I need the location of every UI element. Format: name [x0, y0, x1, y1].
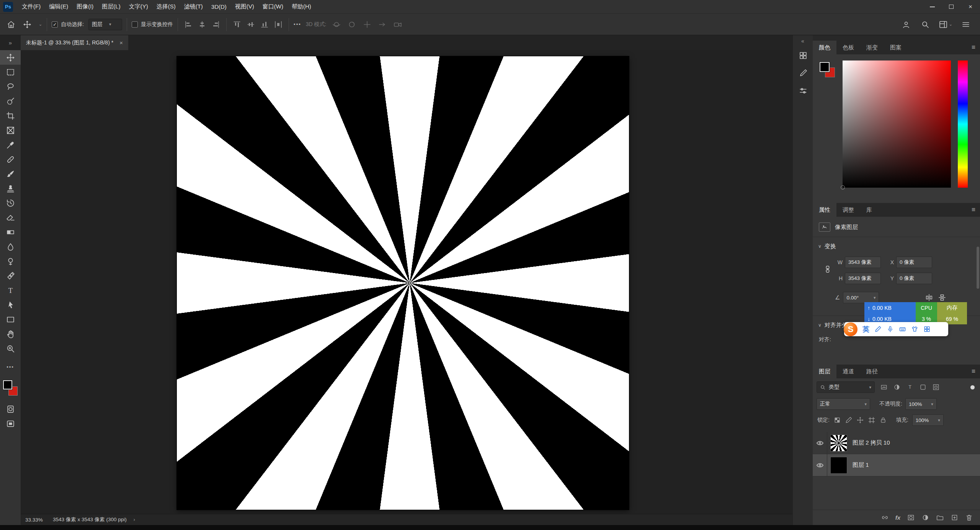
clone-stamp-tool[interactable] — [0, 181, 21, 196]
menu-item-select[interactable]: 选择(S) — [152, 0, 180, 14]
filter-shape-layers-button[interactable] — [919, 383, 927, 391]
search-button[interactable] — [920, 19, 931, 30]
tool-preset-dropdown-icon[interactable]: ⌄ — [39, 22, 42, 27]
ime-microphone-button[interactable] — [887, 326, 894, 333]
menu-item-type[interactable]: 文字(Y) — [125, 0, 152, 14]
zoom-level-field[interactable]: 33.33% — [25, 517, 53, 523]
menu-item-help[interactable]: 帮助(H) — [287, 0, 315, 14]
link-layers-icon[interactable] — [881, 514, 889, 522]
filter-adjustment-layers-button[interactable] — [893, 383, 901, 391]
collapsed-panel-sliders-button[interactable] — [793, 82, 813, 100]
3d-slide-button[interactable] — [377, 19, 388, 30]
system-monitor-overlay[interactable]: ↑0.00 KB CPU 内存 ↓0.00 KB 3 % 69 % — [864, 302, 967, 324]
tab-color[interactable]: 颜色 — [813, 41, 836, 54]
height-field[interactable]: 3543 像素 — [845, 273, 881, 284]
brush-tool[interactable] — [0, 167, 21, 181]
auto-select-checkbox[interactable]: ✓ — [52, 21, 58, 28]
crop-tool[interactable] — [0, 108, 21, 123]
screen-mode-button[interactable] — [0, 416, 21, 431]
layer-visibility-toggle[interactable] — [813, 454, 827, 476]
tab-patterns[interactable]: 图案 — [884, 41, 908, 54]
layer-thumbnail-starburst[interactable] — [830, 435, 847, 451]
ime-skin-button[interactable] — [911, 326, 918, 333]
properties-scrollbar-thumb[interactable] — [977, 247, 979, 289]
document-canvas-starburst-image[interactable] — [177, 56, 629, 510]
flip-vertical-icon[interactable] — [938, 293, 946, 302]
path-selection-tool[interactable] — [0, 298, 21, 312]
sogou-logo-icon[interactable]: S — [844, 322, 858, 336]
menu-item-edit[interactable]: 编辑(E) — [45, 0, 72, 14]
menu-item-image[interactable]: 图像(I) — [72, 0, 98, 14]
align-middle-v-button[interactable] — [245, 19, 256, 30]
y-field[interactable]: 0 像素 — [896, 273, 932, 284]
layer-effects-button[interactable]: fx — [895, 514, 900, 521]
align-top-button[interactable] — [231, 19, 243, 30]
toolbar-expand-button[interactable]: » — [0, 35, 21, 50]
gradient-tool[interactable] — [0, 225, 21, 239]
menu-item-window[interactable]: 窗口(W) — [258, 0, 287, 14]
share-account-button[interactable] — [900, 19, 912, 30]
edit-toolbar-button[interactable]: ••• — [0, 360, 21, 374]
history-brush-tool[interactable] — [0, 196, 21, 210]
properties-panel-menu-icon[interactable]: ≡ — [972, 206, 975, 214]
tab-swatches[interactable]: 色板 — [836, 41, 860, 54]
filter-smart-objects-button[interactable] — [932, 383, 940, 391]
minimize-button[interactable] — [923, 0, 942, 14]
align-bottom-button[interactable] — [259, 19, 270, 30]
layer-row-copy10[interactable]: 图层 2 拷贝 10 — [813, 432, 980, 454]
quick-selection-tool[interactable] — [0, 94, 21, 108]
panel-foreground-swatch[interactable] — [820, 62, 830, 72]
x-field[interactable]: 0 像素 — [896, 257, 932, 268]
close-button[interactable]: × — [961, 0, 980, 14]
lock-all-button[interactable] — [879, 416, 887, 424]
tab-libraries[interactable]: 库 — [860, 203, 878, 217]
tab-layers[interactable]: 图层 — [813, 365, 836, 378]
rectangular-marquee-tool[interactable] — [0, 65, 21, 79]
filter-pixel-layers-button[interactable] — [880, 383, 888, 391]
layer-row-layer1[interactable]: 图层 1 — [813, 454, 980, 476]
lasso-tool[interactable] — [0, 79, 21, 94]
layer-name[interactable]: 图层 1 — [853, 461, 869, 469]
ime-toolbox-button[interactable] — [923, 326, 931, 333]
width-field[interactable]: 3543 像素 — [845, 257, 881, 268]
layer-thumbnail-black[interactable] — [830, 457, 847, 474]
rotation-angle-field[interactable]: 0.00° ▾ — [843, 292, 879, 303]
dock-expand-button[interactable]: « — [793, 35, 813, 47]
filter-type-layers-button[interactable]: T — [906, 383, 914, 391]
auto-select-target-dropdown[interactable]: 图层 ▾ — [88, 19, 122, 30]
hue-slider[interactable] — [958, 61, 968, 188]
maximize-button[interactable] — [942, 0, 961, 14]
layer-name[interactable]: 图层 2 拷贝 10 — [853, 439, 890, 447]
show-transform-option[interactable]: 显示变换控件 — [132, 21, 173, 28]
tab-properties[interactable]: 属性 — [813, 203, 836, 217]
transform-section-header[interactable]: ∨ 变换 — [813, 240, 980, 252]
align-left-button[interactable] — [183, 19, 194, 30]
menu-item-3d[interactable]: 3D(D) — [207, 0, 231, 14]
tab-adjustments[interactable]: 调整 — [836, 203, 860, 217]
move-tool[interactable] — [0, 50, 21, 65]
canvas-pasteboard[interactable] — [21, 50, 792, 514]
delete-layer-icon[interactable] — [965, 514, 973, 522]
layers-panel-menu-icon[interactable]: ≡ — [972, 368, 975, 375]
menu-item-file[interactable]: 文件(F) — [18, 0, 45, 14]
ime-keyboard-button[interactable] — [899, 326, 906, 333]
rectangle-tool[interactable] — [0, 312, 21, 327]
add-layer-mask-icon[interactable] — [907, 514, 915, 522]
menu-item-layer[interactable]: 图层(L) — [98, 0, 124, 14]
quick-mask-button[interactable] — [0, 402, 21, 416]
fill-field[interactable]: 100% ▾ — [912, 414, 944, 426]
pen-tool[interactable] — [0, 268, 21, 283]
layer-visibility-toggle[interactable] — [813, 432, 827, 454]
show-transform-checkbox[interactable] — [132, 21, 138, 28]
auto-select-option[interactable]: ✓ 自动选择: — [52, 21, 84, 28]
layer-filter-dropdown[interactable]: 类型 ▾ — [817, 381, 875, 393]
spot-healing-brush-tool[interactable] — [0, 152, 21, 167]
ime-toolbar[interactable]: S 英 — [844, 322, 948, 336]
new-adjustment-layer-icon[interactable] — [921, 514, 929, 522]
align-right-button[interactable] — [210, 19, 222, 30]
frame-tool[interactable] — [0, 123, 21, 137]
distribute-button[interactable] — [273, 19, 284, 30]
home-button[interactable] — [5, 19, 17, 30]
type-tool[interactable]: T — [0, 283, 21, 298]
3d-camera-button[interactable] — [392, 19, 403, 30]
